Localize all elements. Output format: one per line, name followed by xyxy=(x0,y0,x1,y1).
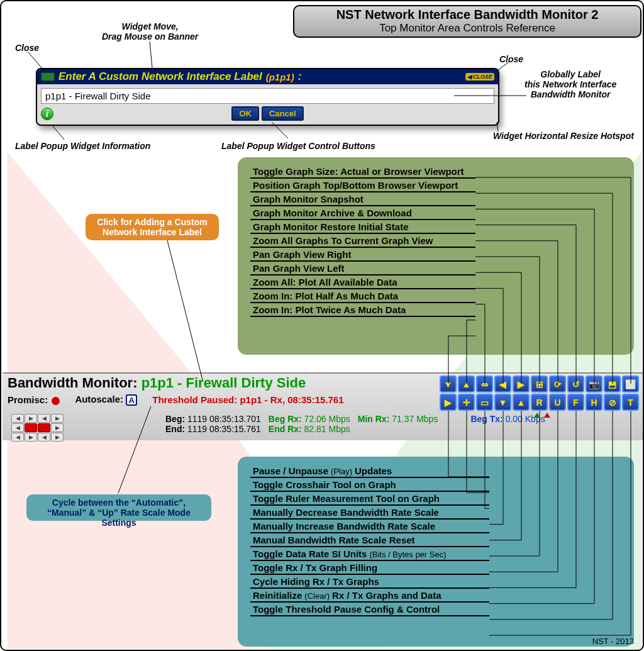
mini-nav-btn[interactable]: ◀ xyxy=(38,414,50,423)
top-ctrl-item: Zoom In: Plot Half As Much Data xyxy=(250,289,475,303)
min-rx-val: 71.37 Mbps xyxy=(392,414,438,424)
autoscale-badge[interactable]: A xyxy=(126,394,137,406)
svg-line-2 xyxy=(28,52,43,69)
label-popup-banner[interactable]: Enter A Custom Network Interface Label (… xyxy=(37,69,498,84)
scale-down-btn[interactable]: ▼ xyxy=(494,394,511,411)
autoscale-area: Autoscale: A xyxy=(75,394,137,406)
beg-tx-label: Beg Tx: xyxy=(470,414,502,424)
units-btn[interactable]: U xyxy=(549,394,566,411)
promisc-area: Promisc: xyxy=(8,394,60,405)
label-popup: Enter A Custom Network Interface Label (… xyxy=(36,68,499,126)
reinit-btn[interactable]: ⊘ xyxy=(604,394,621,411)
callout-close-right: Close xyxy=(499,54,523,64)
promisc-dot-icon[interactable] xyxy=(52,397,60,405)
threshold-btn[interactable]: T xyxy=(622,394,639,411)
info-icon[interactable]: i xyxy=(41,108,53,120)
promisc-label: Promisc: xyxy=(8,394,48,405)
page-header: NST Network Interface Bandwidth Monitor … xyxy=(293,5,641,38)
fill-btn[interactable]: F xyxy=(567,394,584,411)
size-btn[interactable]: ⬜ xyxy=(622,376,639,392)
top-ctrl-item: Graph Monitor Archive & Download xyxy=(250,206,475,220)
bottom-ctrl-item: Toggle Threshold Pause Config & Control xyxy=(250,603,489,616)
bottom-ctrl-item: Toggle Crosshair Tool on Graph xyxy=(250,478,489,492)
monitor-title-prefix: Bandwidth Monitor: xyxy=(8,375,142,391)
close-label: CLOSE xyxy=(473,74,492,80)
threshold-status: Threshold Paused: p1p1 - Rx, 08:35:15.76… xyxy=(152,394,343,405)
archive-btn[interactable]: ↺ xyxy=(567,376,584,392)
end-rx-val: 82.81 Mbps xyxy=(304,424,350,434)
end-val: 1119 08:35:15.761 xyxy=(187,424,261,434)
restore-btn[interactable]: ⟳ xyxy=(549,376,566,392)
mini-nav-btn[interactable]: ▶ xyxy=(51,414,64,423)
orange-note: Click for Adding a Custom Network Interf… xyxy=(86,214,219,240)
top-ctrl-item: Toggle Graph Size: Actual or Browser Vie… xyxy=(250,165,475,179)
bottom-ctrl-item: Toggle Rx / Tx Graph Filling xyxy=(250,561,489,575)
top-ctrl-item: Graph Monitor Restore Initial State xyxy=(250,220,475,234)
zoom-in-btn[interactable]: ▲ xyxy=(458,376,475,392)
callout-resize-hotspot: Widget Horizontal Resize Hotspot xyxy=(493,131,634,141)
end-rx-label: End Rx: xyxy=(269,424,302,434)
ok-button[interactable]: OK xyxy=(231,106,259,121)
zoom-all-btn[interactable]: ⇔ xyxy=(476,376,493,392)
page-title: NST Network Interface Bandwidth Monitor … xyxy=(294,8,640,22)
top-ctrl-item: Pan Graph View Left xyxy=(250,262,475,275)
top-ctrl-item: Position Graph Top/Bottom Browser Viewpo… xyxy=(250,179,475,192)
scale-reset-btn[interactable]: R xyxy=(531,394,548,411)
close-icon[interactable]: ◀CLOSE xyxy=(465,73,494,81)
top-ctrl-item: Graph Monitor Snapshot xyxy=(250,192,475,206)
svg-line-3 xyxy=(150,42,152,68)
bottom-ctrl-item: Reinitialize (Clear) Rx / Tx Graphs and … xyxy=(250,589,489,603)
page-subtitle: Top Monitor Area Controls Reference xyxy=(294,22,640,35)
position-btn[interactable]: ⬒ xyxy=(604,376,621,392)
ruler-btn[interactable]: ▭ xyxy=(476,394,493,411)
monitor-bar: Bandwidth Monitor: p1p1 - Firewall Dirty… xyxy=(3,372,644,440)
toolbar-grid: ▼▲⇔◀▶⊞⟳↺📷⬒⬜▶✛▭▼▲RUFH⊘T xyxy=(440,376,639,411)
svg-line-6 xyxy=(52,125,64,140)
popup-iface: (p1p1) xyxy=(266,72,294,82)
bottom-ctrl-item: Toggle Data Rate SI Units (Bits / Bytes … xyxy=(250,547,489,561)
crosshair-btn[interactable]: ✛ xyxy=(458,394,475,411)
mini-nav-btn[interactable]: ◀ xyxy=(11,414,24,423)
mini-nav-btn[interactable]: ▶ xyxy=(51,423,64,432)
cancel-button[interactable]: Cancel xyxy=(262,106,304,121)
autoscale-label: Autoscale: xyxy=(75,394,123,404)
mini-nav[interactable]: ◀▶◀▶ ◀▶ ◀▶◀▶ xyxy=(11,414,64,442)
hide-btn[interactable]: H xyxy=(586,394,602,411)
end-label: End: xyxy=(165,424,185,434)
bottom-ctrl-item: Manual Bandwidth Rate Scale Reset xyxy=(250,533,489,547)
mini-nav-btn[interactable]: ▶ xyxy=(25,414,37,423)
top-ctrl-item: Zoom All: Plot All Available Data xyxy=(250,275,475,289)
mini-nav-btn[interactable]: ▶ xyxy=(25,433,37,442)
pan-left-btn[interactable]: ◀ xyxy=(494,376,511,392)
mini-nav-btn[interactable] xyxy=(38,423,50,432)
play-btn[interactable]: ▶ xyxy=(440,394,457,411)
top-ctrl-item: Zoom All Graphs To Current Graph View xyxy=(250,234,475,248)
popup-title-prefix: Enter A Custom Network Interface Label xyxy=(58,70,262,83)
beg-tx-val: 0.00 Kbps xyxy=(506,414,545,424)
mini-nav-btn[interactable]: ▶ xyxy=(51,433,64,442)
bottom-ctrl-item: Cycle Hiding Rx / Tx Graphs xyxy=(250,575,489,589)
bottom-ctrl-item: Toggle Ruler Measurement Tool on Graph xyxy=(250,492,489,506)
top-ctrl-item: Zoom In: Plot Twice As Much Data xyxy=(250,303,475,317)
scale-up-btn[interactable]: ▲ xyxy=(513,394,530,411)
mini-nav-btn[interactable]: ◀ xyxy=(11,423,24,432)
bottom-ctrl-item: Manually Decrease Bandwidth Rate Scale xyxy=(250,506,489,520)
mini-nav-btn[interactable] xyxy=(25,423,37,432)
bottom-ctrl-item: Manually Increase Bandwidth Rate Scale xyxy=(250,520,489,533)
callout-move-banner: Widget Move, Drag Mouse on Banner xyxy=(102,21,198,42)
callout-close-left: Close xyxy=(15,43,39,53)
beg-val: 1119 08:35:13.701 xyxy=(187,414,261,424)
mini-nav-btn[interactable]: ◀ xyxy=(38,433,50,442)
monitor-title-label[interactable]: p1p1 - Firewall Dirty Side xyxy=(142,375,306,391)
mini-nav-btn[interactable]: ◀ xyxy=(11,433,24,442)
nic-icon xyxy=(41,72,55,81)
beg-rx-val: 72.06 Mbps xyxy=(304,414,350,424)
label-input[interactable] xyxy=(41,88,494,104)
snapshot-btn[interactable]: 📷 xyxy=(586,376,602,392)
popup-colon: : xyxy=(298,70,302,83)
beg-rx-label: Beg Rx: xyxy=(269,414,302,424)
callout-label-popup-buttons: Label Popup Widget Control Buttons xyxy=(221,141,375,151)
zoom-all-graphs-btn[interactable]: ⊞ xyxy=(531,376,548,392)
zoom-out-btn[interactable]: ▼ xyxy=(440,376,457,392)
pan-right-btn[interactable]: ▶ xyxy=(513,376,530,392)
